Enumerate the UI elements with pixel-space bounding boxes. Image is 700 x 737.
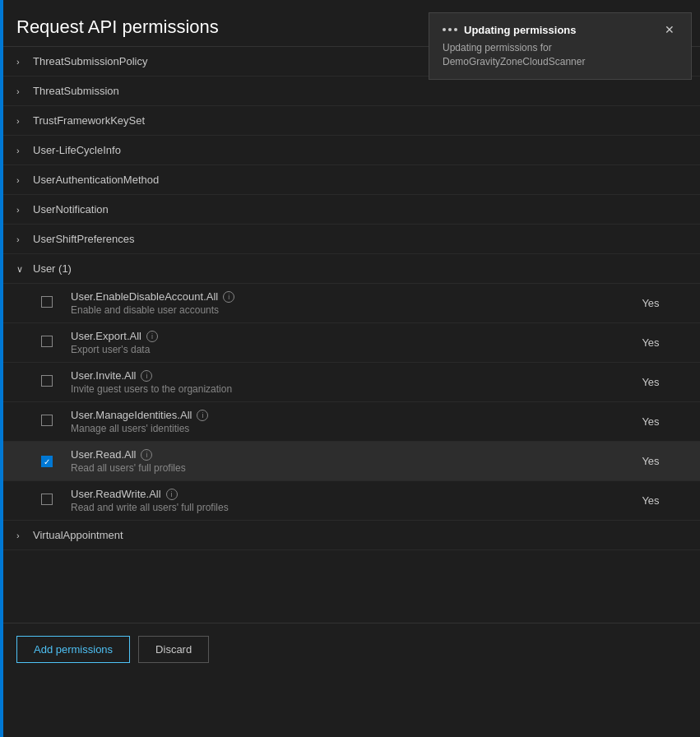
permission-item-read-all: User.Read.All i Read all users' full pro… [0, 442, 700, 481]
permission-info-read-all: User.Read.All i Read all users' full pro… [71, 448, 618, 474]
chevron-right-icon: › [16, 175, 26, 185]
checkbox-cell[interactable] [41, 415, 61, 429]
info-icon[interactable]: i [141, 449, 152, 461]
group-label: User-LifeCycleInfo [33, 144, 121, 156]
permission-item-export: User.Export.All i Export user's data Yes [0, 323, 700, 363]
close-icon: ✕ [665, 23, 675, 36]
admin-consent-value: Yes [618, 336, 684, 349]
permission-name-row: User.EnableDisableAccount.All i [71, 290, 618, 303]
user-permissions-container: User.EnableDisableAccount.All i Enable a… [0, 284, 700, 521]
admin-consent-value: Yes [618, 455, 684, 467]
group-label: TrustFrameworkKeySet [33, 114, 145, 127]
chevron-right-icon: › [16, 146, 26, 155]
permission-info-export: User.Export.All i Export user's data [71, 330, 618, 355]
info-icon[interactable]: i [197, 410, 208, 421]
permission-name-row: User.ReadWrite.All i [71, 488, 618, 500]
checkbox-cell[interactable] [41, 494, 61, 508]
permission-name-row: User.Export.All i [71, 330, 618, 342]
permission-info-invite: User.Invite.All i Invite guest users to … [71, 369, 618, 395]
permission-desc: Enable and disable user accounts [71, 304, 618, 316]
info-icon[interactable]: i [146, 331, 158, 342]
checkbox-cell[interactable] [41, 375, 61, 389]
notification-title-text: Updating permissions [464, 24, 577, 36]
notification-popup: Updating permissions ✕ Updating permissi… [429, 12, 692, 80]
loading-dots-icon [443, 28, 457, 31]
left-accent [0, 0, 3, 737]
permission-desc: Manage all users' identities [71, 423, 618, 434]
permissions-list-area[interactable]: › ThreatSubmissionPolicy › ThreatSubmiss… [0, 47, 700, 623]
permission-name-text: User.Invite.All [71, 369, 136, 382]
permission-desc: Export user's data [71, 344, 618, 355]
group-label: VirtualAppointment [33, 529, 123, 541]
checkbox-cell[interactable] [41, 336, 61, 350]
permission-info-enable-disable: User.EnableDisableAccount.All i Enable a… [71, 290, 618, 316]
notification-body-line1: Updating permissions for [443, 42, 552, 53]
group-expanded-user: ∨ User (1) User.EnableDisableAccount.All… [0, 254, 700, 521]
permission-item-manage-identities: User.ManageIdentities.All i Manage all u… [0, 402, 700, 442]
group-row-user-auth-method[interactable]: › UserAuthenticationMethod [0, 165, 700, 195]
group-label: UserAuthenticationMethod [33, 174, 159, 186]
permission-item-readwrite-all: User.ReadWrite.All i Read and write all … [0, 481, 700, 521]
permission-name-text: User.EnableDisableAccount.All [71, 290, 218, 303]
group-label: UserShiftPreferences [33, 233, 135, 245]
notification-title: Updating permissions [443, 24, 577, 36]
group-label: ThreatSubmission [33, 85, 119, 97]
permission-info-readwrite-all: User.ReadWrite.All i Read and write all … [71, 488, 618, 513]
info-icon[interactable]: i [166, 489, 178, 500]
admin-consent-value: Yes [618, 415, 684, 428]
permission-item-invite: User.Invite.All i Invite guest users to … [0, 363, 700, 402]
checkbox-cell[interactable] [41, 296, 61, 310]
chevron-right-icon: › [16, 116, 26, 126]
expanded-group-label: User (1) [33, 262, 72, 275]
admin-consent-value: Yes [618, 494, 684, 507]
permission-groups-list: › ThreatSubmissionPolicy › ThreatSubmiss… [0, 47, 700, 550]
footer: Add permissions Discard [0, 623, 700, 675]
discard-button[interactable]: Discard [138, 636, 209, 663]
checkbox-enable-disable[interactable] [41, 296, 53, 308]
info-icon[interactable]: i [141, 370, 152, 382]
group-row-user-shift-preferences[interactable]: › UserShiftPreferences [0, 225, 700, 254]
add-permissions-button[interactable]: Add permissions [16, 636, 130, 663]
group-row-user-lifecycle[interactable]: › User-LifeCycleInfo [0, 136, 700, 165]
permission-name-text: User.Read.All [71, 448, 136, 461]
notification-close-button[interactable]: ✕ [661, 23, 678, 36]
permission-desc: Read all users' full profiles [71, 462, 618, 474]
notification-header: Updating permissions ✕ [443, 23, 678, 36]
notification-body: Updating permissions for DemoGravityZone… [443, 41, 678, 69]
permission-info-manage-identities: User.ManageIdentities.All i Manage all u… [71, 409, 618, 434]
permission-name-row: User.ManageIdentities.All i [71, 409, 618, 421]
chevron-right-icon: › [16, 234, 26, 244]
group-label: UserNotification [33, 203, 109, 216]
checkbox-invite[interactable] [41, 375, 53, 387]
checkbox-readwrite-all[interactable] [41, 494, 53, 505]
permission-item-enable-disable: User.EnableDisableAccount.All i Enable a… [0, 284, 700, 323]
group-row-virtual-appointment[interactable]: › VirtualAppointment [0, 521, 700, 550]
dot-1 [443, 28, 446, 31]
permission-name-text: User.ReadWrite.All [71, 488, 161, 500]
checkbox-export[interactable] [41, 336, 53, 347]
group-label: ThreatSubmissionPolicy [33, 55, 147, 67]
permission-name-text: User.ManageIdentities.All [71, 409, 192, 421]
admin-consent-value: Yes [618, 297, 684, 309]
admin-consent-value: Yes [618, 376, 684, 388]
checkbox-cell[interactable] [41, 455, 61, 468]
info-icon[interactable]: i [223, 291, 234, 303]
group-row-user-expanded[interactable]: ∨ User (1) [0, 254, 700, 284]
group-row-threat-submission[interactable]: › ThreatSubmission [0, 76, 700, 106]
group-row-user-notification[interactable]: › UserNotification [0, 195, 700, 225]
group-row-trust-framework[interactable]: › TrustFrameworkKeySet [0, 106, 700, 136]
chevron-right-icon: › [16, 205, 26, 215]
dot-3 [454, 28, 457, 31]
permission-name-row: User.Read.All i [71, 448, 618, 461]
chevron-right-icon: › [16, 531, 26, 540]
chevron-right-icon: › [16, 57, 26, 67]
chevron-down-icon: ∨ [16, 264, 26, 274]
checkbox-manage-identities[interactable] [41, 415, 53, 426]
permission-name-row: User.Invite.All i [71, 369, 618, 382]
dot-2 [448, 28, 452, 31]
main-panel: Updating permissions ✕ Updating permissi… [0, 0, 700, 737]
permission-name-text: User.Export.All [71, 330, 141, 342]
checkbox-read-all[interactable] [41, 456, 53, 467]
permission-desc: Invite guest users to the organization [71, 383, 618, 395]
chevron-right-icon: › [16, 86, 26, 96]
